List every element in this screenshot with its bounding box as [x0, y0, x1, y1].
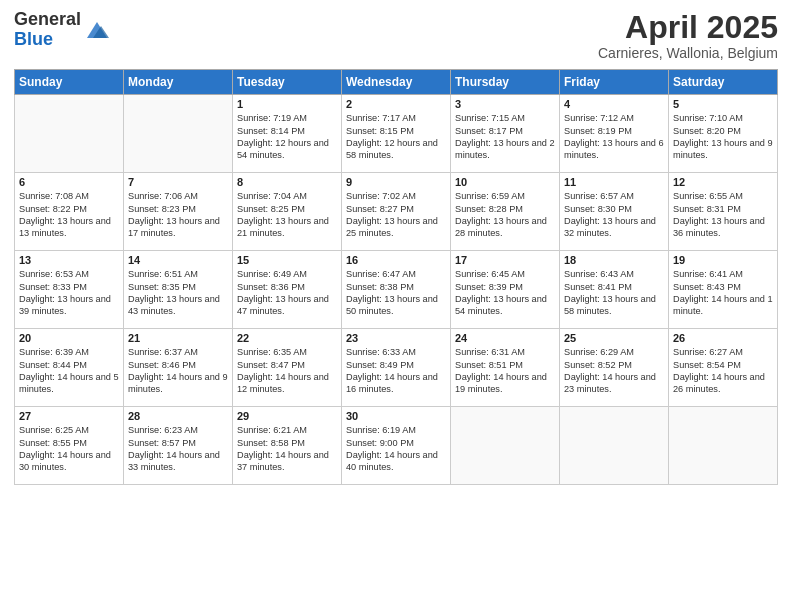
day-content: Sunrise: 6:39 AM Sunset: 8:44 PM Dayligh…	[19, 346, 119, 396]
calendar-cell: 15Sunrise: 6:49 AM Sunset: 8:36 PM Dayli…	[233, 251, 342, 329]
day-content: Sunrise: 6:55 AM Sunset: 8:31 PM Dayligh…	[673, 190, 773, 240]
calendar-cell: 7Sunrise: 7:06 AM Sunset: 8:23 PM Daylig…	[124, 173, 233, 251]
calendar-cell: 24Sunrise: 6:31 AM Sunset: 8:51 PM Dayli…	[451, 329, 560, 407]
day-number: 22	[237, 332, 337, 344]
day-content: Sunrise: 7:15 AM Sunset: 8:17 PM Dayligh…	[455, 112, 555, 162]
day-number: 8	[237, 176, 337, 188]
logo-icon	[83, 16, 111, 44]
calendar-week-1: 6Sunrise: 7:08 AM Sunset: 8:22 PM Daylig…	[15, 173, 778, 251]
calendar-cell: 26Sunrise: 6:27 AM Sunset: 8:54 PM Dayli…	[669, 329, 778, 407]
logo: General Blue	[14, 10, 111, 50]
day-content: Sunrise: 6:43 AM Sunset: 8:41 PM Dayligh…	[564, 268, 664, 318]
calendar-cell	[451, 407, 560, 485]
day-content: Sunrise: 6:51 AM Sunset: 8:35 PM Dayligh…	[128, 268, 228, 318]
col-thursday: Thursday	[451, 70, 560, 95]
day-content: Sunrise: 7:02 AM Sunset: 8:27 PM Dayligh…	[346, 190, 446, 240]
calendar-cell: 16Sunrise: 6:47 AM Sunset: 8:38 PM Dayli…	[342, 251, 451, 329]
day-content: Sunrise: 7:12 AM Sunset: 8:19 PM Dayligh…	[564, 112, 664, 162]
location: Carnieres, Wallonia, Belgium	[598, 45, 778, 61]
day-number: 26	[673, 332, 773, 344]
calendar-cell: 23Sunrise: 6:33 AM Sunset: 8:49 PM Dayli…	[342, 329, 451, 407]
calendar-cell: 2Sunrise: 7:17 AM Sunset: 8:15 PM Daylig…	[342, 95, 451, 173]
page-header: General Blue April 2025 Carnieres, Wallo…	[14, 10, 778, 61]
day-number: 15	[237, 254, 337, 266]
col-tuesday: Tuesday	[233, 70, 342, 95]
day-number: 23	[346, 332, 446, 344]
day-number: 3	[455, 98, 555, 110]
day-content: Sunrise: 7:10 AM Sunset: 8:20 PM Dayligh…	[673, 112, 773, 162]
day-number: 25	[564, 332, 664, 344]
day-number: 16	[346, 254, 446, 266]
day-number: 12	[673, 176, 773, 188]
day-number: 1	[237, 98, 337, 110]
calendar-cell	[124, 95, 233, 173]
day-number: 27	[19, 410, 119, 422]
day-content: Sunrise: 6:27 AM Sunset: 8:54 PM Dayligh…	[673, 346, 773, 396]
day-number: 29	[237, 410, 337, 422]
day-content: Sunrise: 6:19 AM Sunset: 9:00 PM Dayligh…	[346, 424, 446, 474]
day-number: 5	[673, 98, 773, 110]
day-content: Sunrise: 6:23 AM Sunset: 8:57 PM Dayligh…	[128, 424, 228, 474]
calendar-cell: 3Sunrise: 7:15 AM Sunset: 8:17 PM Daylig…	[451, 95, 560, 173]
col-sunday: Sunday	[15, 70, 124, 95]
calendar-week-2: 13Sunrise: 6:53 AM Sunset: 8:33 PM Dayli…	[15, 251, 778, 329]
day-content: Sunrise: 7:19 AM Sunset: 8:14 PM Dayligh…	[237, 112, 337, 162]
day-number: 11	[564, 176, 664, 188]
month-title: April 2025	[598, 10, 778, 45]
day-content: Sunrise: 6:41 AM Sunset: 8:43 PM Dayligh…	[673, 268, 773, 318]
calendar-cell: 20Sunrise: 6:39 AM Sunset: 8:44 PM Dayli…	[15, 329, 124, 407]
day-number: 19	[673, 254, 773, 266]
day-number: 6	[19, 176, 119, 188]
day-content: Sunrise: 6:35 AM Sunset: 8:47 PM Dayligh…	[237, 346, 337, 396]
day-content: Sunrise: 6:59 AM Sunset: 8:28 PM Dayligh…	[455, 190, 555, 240]
day-content: Sunrise: 7:06 AM Sunset: 8:23 PM Dayligh…	[128, 190, 228, 240]
calendar-week-0: 1Sunrise: 7:19 AM Sunset: 8:14 PM Daylig…	[15, 95, 778, 173]
col-wednesday: Wednesday	[342, 70, 451, 95]
calendar-week-3: 20Sunrise: 6:39 AM Sunset: 8:44 PM Dayli…	[15, 329, 778, 407]
day-number: 2	[346, 98, 446, 110]
calendar-cell: 30Sunrise: 6:19 AM Sunset: 9:00 PM Dayli…	[342, 407, 451, 485]
col-friday: Friday	[560, 70, 669, 95]
calendar-cell: 17Sunrise: 6:45 AM Sunset: 8:39 PM Dayli…	[451, 251, 560, 329]
calendar-cell: 12Sunrise: 6:55 AM Sunset: 8:31 PM Dayli…	[669, 173, 778, 251]
day-content: Sunrise: 7:04 AM Sunset: 8:25 PM Dayligh…	[237, 190, 337, 240]
day-number: 4	[564, 98, 664, 110]
calendar-cell	[560, 407, 669, 485]
calendar-week-4: 27Sunrise: 6:25 AM Sunset: 8:55 PM Dayli…	[15, 407, 778, 485]
calendar-cell: 21Sunrise: 6:37 AM Sunset: 8:46 PM Dayli…	[124, 329, 233, 407]
calendar-cell	[669, 407, 778, 485]
day-content: Sunrise: 6:29 AM Sunset: 8:52 PM Dayligh…	[564, 346, 664, 396]
day-number: 14	[128, 254, 228, 266]
day-content: Sunrise: 6:53 AM Sunset: 8:33 PM Dayligh…	[19, 268, 119, 318]
day-number: 13	[19, 254, 119, 266]
day-content: Sunrise: 6:25 AM Sunset: 8:55 PM Dayligh…	[19, 424, 119, 474]
calendar-cell: 14Sunrise: 6:51 AM Sunset: 8:35 PM Dayli…	[124, 251, 233, 329]
calendar-cell: 27Sunrise: 6:25 AM Sunset: 8:55 PM Dayli…	[15, 407, 124, 485]
logo-general: General	[14, 10, 81, 30]
logo-blue: Blue	[14, 30, 81, 50]
calendar-cell: 13Sunrise: 6:53 AM Sunset: 8:33 PM Dayli…	[15, 251, 124, 329]
calendar-table: Sunday Monday Tuesday Wednesday Thursday…	[14, 69, 778, 485]
day-content: Sunrise: 6:37 AM Sunset: 8:46 PM Dayligh…	[128, 346, 228, 396]
day-number: 18	[564, 254, 664, 266]
day-content: Sunrise: 6:49 AM Sunset: 8:36 PM Dayligh…	[237, 268, 337, 318]
day-number: 21	[128, 332, 228, 344]
calendar-cell: 5Sunrise: 7:10 AM Sunset: 8:20 PM Daylig…	[669, 95, 778, 173]
calendar-cell: 11Sunrise: 6:57 AM Sunset: 8:30 PM Dayli…	[560, 173, 669, 251]
calendar-header-row: Sunday Monday Tuesday Wednesday Thursday…	[15, 70, 778, 95]
calendar-cell: 4Sunrise: 7:12 AM Sunset: 8:19 PM Daylig…	[560, 95, 669, 173]
calendar-cell: 9Sunrise: 7:02 AM Sunset: 8:27 PM Daylig…	[342, 173, 451, 251]
calendar-cell: 18Sunrise: 6:43 AM Sunset: 8:41 PM Dayli…	[560, 251, 669, 329]
calendar-cell: 28Sunrise: 6:23 AM Sunset: 8:57 PM Dayli…	[124, 407, 233, 485]
day-content: Sunrise: 6:45 AM Sunset: 8:39 PM Dayligh…	[455, 268, 555, 318]
calendar-cell: 25Sunrise: 6:29 AM Sunset: 8:52 PM Dayli…	[560, 329, 669, 407]
day-content: Sunrise: 6:47 AM Sunset: 8:38 PM Dayligh…	[346, 268, 446, 318]
day-content: Sunrise: 6:57 AM Sunset: 8:30 PM Dayligh…	[564, 190, 664, 240]
col-saturday: Saturday	[669, 70, 778, 95]
day-number: 10	[455, 176, 555, 188]
day-number: 30	[346, 410, 446, 422]
calendar-cell: 10Sunrise: 6:59 AM Sunset: 8:28 PM Dayli…	[451, 173, 560, 251]
title-block: April 2025 Carnieres, Wallonia, Belgium	[598, 10, 778, 61]
calendar-cell: 29Sunrise: 6:21 AM Sunset: 8:58 PM Dayli…	[233, 407, 342, 485]
day-number: 20	[19, 332, 119, 344]
